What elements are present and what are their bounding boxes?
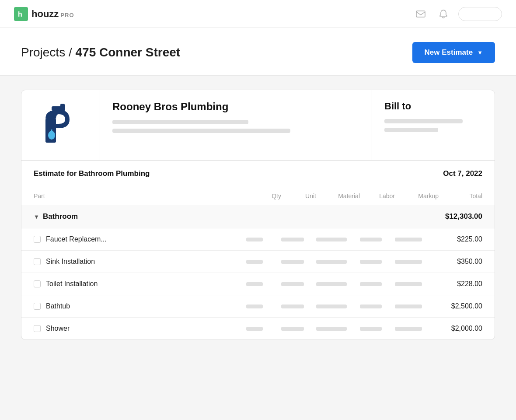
item-unit xyxy=(281,282,316,286)
item-total: $228.00 xyxy=(439,280,482,288)
col-header-markup: Markup xyxy=(395,192,439,200)
col-header-qty: Qty xyxy=(246,192,281,200)
estimate-title-row: Estimate for Bathroom Plumbing Oct 7, 20… xyxy=(21,161,495,187)
estimate-date-text: Oct 7, 2022 xyxy=(443,169,482,178)
estimate-table: Part Qty Unit Material Labor Markup Tota… xyxy=(21,187,495,340)
bill-to-line-1 xyxy=(384,119,463,123)
table-row: Sink Installation $350.00 xyxy=(21,251,495,273)
new-estimate-button[interactable]: New Estimate ▼ xyxy=(412,42,495,63)
item-qty xyxy=(246,304,281,308)
item-material xyxy=(316,238,360,242)
table-row: Faucet Replacem... $225.00 xyxy=(21,228,495,251)
category-row[interactable]: ▼ Bathroom $12,303.00 xyxy=(21,205,495,228)
nav-right xyxy=(413,6,502,22)
item-check-name: Bathtub xyxy=(34,302,246,310)
col-header-total: Total xyxy=(439,192,482,200)
company-info: Rooney Bros Plumbing xyxy=(100,90,372,160)
item-unit xyxy=(281,304,316,308)
item-qty xyxy=(246,238,281,242)
item-total: $225.00 xyxy=(439,235,482,243)
company-line-1 xyxy=(112,120,248,124)
svg-text:h: h xyxy=(18,10,22,18)
bill-to-area: Bill to xyxy=(372,90,495,160)
item-qty xyxy=(246,327,281,331)
company-header: Rooney Bros Plumbing Bill to xyxy=(21,90,495,161)
logo-houzz-text: houzz xyxy=(31,8,59,20)
new-estimate-chevron-icon: ▼ xyxy=(477,49,483,56)
item-labor xyxy=(360,260,395,264)
item-total: $350.00 xyxy=(439,258,482,266)
item-checkbox[interactable] xyxy=(34,236,41,243)
company-logo xyxy=(37,101,85,149)
col-header-unit: Unit xyxy=(281,192,316,200)
item-markup xyxy=(395,304,439,308)
svg-rect-2 xyxy=(416,11,425,17)
item-checkbox[interactable] xyxy=(34,258,41,265)
bell-icon[interactable] xyxy=(436,6,451,22)
bill-to-title: Bill to xyxy=(384,101,482,112)
item-check-name: Sink Installation xyxy=(34,258,246,266)
category-chevron-icon: ▼ xyxy=(34,214,39,220)
project-name: 475 Conner Street xyxy=(75,46,180,59)
item-unit xyxy=(281,260,316,264)
bill-to-line-2 xyxy=(384,128,438,132)
item-material xyxy=(316,304,360,308)
item-name: Bathtub xyxy=(46,302,70,310)
category-total: $12,303.00 xyxy=(439,212,482,221)
breadcrumb-title: Projects / 475 Conner Street xyxy=(21,46,180,60)
new-estimate-label: New Estimate xyxy=(425,48,473,57)
item-unit xyxy=(281,327,316,331)
item-qty xyxy=(246,260,281,264)
item-check-name: Toilet Installation xyxy=(34,280,246,288)
company-name: Rooney Bros Plumbing xyxy=(112,101,359,113)
item-labor xyxy=(360,238,395,242)
item-material xyxy=(316,260,360,264)
item-material xyxy=(316,282,360,286)
line-items-container: Faucet Replacem... $225.00 Sink Installa… xyxy=(21,228,495,340)
item-markup xyxy=(395,282,439,286)
item-check-name: Faucet Replacem... xyxy=(34,235,246,243)
logo-pro-text: PRO xyxy=(60,12,74,18)
category-label: Bathroom xyxy=(43,212,78,221)
item-checkbox[interactable] xyxy=(34,303,41,310)
svg-rect-5 xyxy=(60,104,65,112)
item-material xyxy=(316,327,360,331)
item-name: Toilet Installation xyxy=(46,280,98,288)
item-name: Shower xyxy=(46,325,70,332)
item-check-name: Shower xyxy=(34,325,246,332)
category-name: ▼ Bathroom xyxy=(34,212,246,221)
logo-text: houzz PRO xyxy=(31,8,74,20)
logo-area: h houzz PRO xyxy=(14,7,74,21)
item-markup xyxy=(395,238,439,242)
col-header-material: Material xyxy=(316,192,360,200)
search-pill[interactable] xyxy=(458,7,502,21)
item-checkbox[interactable] xyxy=(34,280,41,287)
top-nav: h houzz PRO xyxy=(0,0,516,28)
item-labor xyxy=(360,304,395,308)
company-logo-area xyxy=(21,90,100,160)
item-total: $2,000.00 xyxy=(439,325,482,332)
table-row: Shower $2,000.00 xyxy=(21,318,495,340)
item-markup xyxy=(395,327,439,331)
breadcrumb-prefix: Projects / xyxy=(21,46,75,59)
item-checkbox[interactable] xyxy=(34,325,41,332)
houzz-icon: h xyxy=(14,7,28,21)
item-unit xyxy=(281,238,316,242)
mail-icon[interactable] xyxy=(413,6,429,22)
main-content: Rooney Bros Plumbing Bill to Estimate fo… xyxy=(0,76,516,420)
table-header-row: Part Qty Unit Material Labor Markup Tota… xyxy=(21,187,495,205)
item-qty xyxy=(246,282,281,286)
item-name: Sink Installation xyxy=(46,258,95,266)
table-row: Bathtub $2,500.00 xyxy=(21,295,495,318)
table-row: Toilet Installation $228.00 xyxy=(21,273,495,295)
col-header-part: Part xyxy=(34,192,246,200)
col-header-labor: Labor xyxy=(360,192,395,200)
item-markup xyxy=(395,260,439,264)
item-labor xyxy=(360,282,395,286)
page-header: Projects / 475 Conner Street New Estimat… xyxy=(0,28,516,76)
company-line-2 xyxy=(112,129,290,133)
estimate-card: Rooney Bros Plumbing Bill to Estimate fo… xyxy=(21,90,495,340)
item-name: Faucet Replacem... xyxy=(46,235,107,243)
item-labor xyxy=(360,327,395,331)
item-total: $2,500.00 xyxy=(439,302,482,310)
